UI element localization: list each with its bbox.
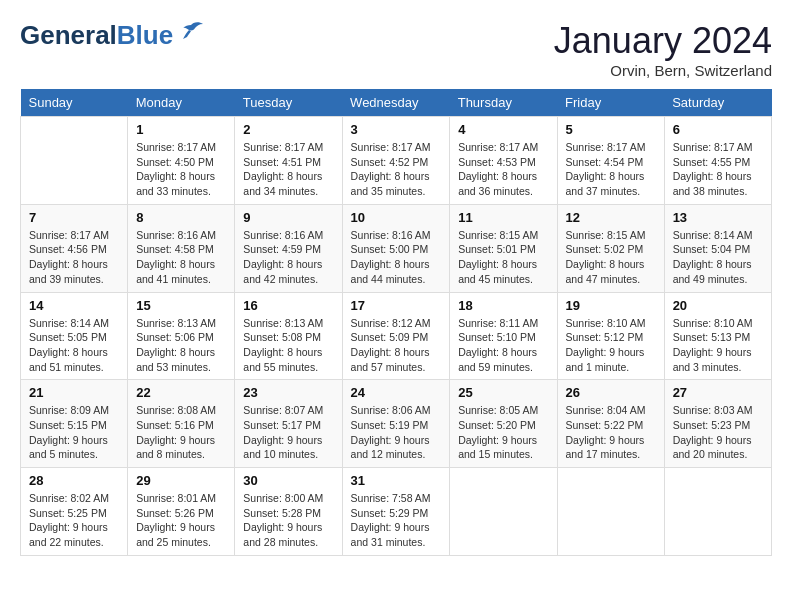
day-info: Sunrise: 8:17 AMSunset: 4:54 PMDaylight:… — [566, 140, 656, 199]
calendar-cell: 18Sunrise: 8:11 AMSunset: 5:10 PMDayligh… — [450, 292, 557, 380]
day-number: 31 — [351, 473, 442, 488]
day-of-week-header: Thursday — [450, 89, 557, 117]
calendar-cell: 14Sunrise: 8:14 AMSunset: 5:05 PMDayligh… — [21, 292, 128, 380]
day-info: Sunrise: 8:09 AMSunset: 5:15 PMDaylight:… — [29, 403, 119, 462]
day-number: 16 — [243, 298, 333, 313]
day-info: Sunrise: 8:10 AMSunset: 5:12 PMDaylight:… — [566, 316, 656, 375]
day-number: 13 — [673, 210, 763, 225]
calendar-week-row: 7Sunrise: 8:17 AMSunset: 4:56 PMDaylight… — [21, 204, 772, 292]
day-number: 6 — [673, 122, 763, 137]
day-number: 29 — [136, 473, 226, 488]
day-info: Sunrise: 8:15 AMSunset: 5:02 PMDaylight:… — [566, 228, 656, 287]
day-number: 9 — [243, 210, 333, 225]
calendar-week-row: 14Sunrise: 8:14 AMSunset: 5:05 PMDayligh… — [21, 292, 772, 380]
day-number: 15 — [136, 298, 226, 313]
day-number: 28 — [29, 473, 119, 488]
calendar-cell: 25Sunrise: 8:05 AMSunset: 5:20 PMDayligh… — [450, 380, 557, 468]
day-info: Sunrise: 8:10 AMSunset: 5:13 PMDaylight:… — [673, 316, 763, 375]
day-number: 21 — [29, 385, 119, 400]
day-number: 12 — [566, 210, 656, 225]
calendar-cell: 4Sunrise: 8:17 AMSunset: 4:53 PMDaylight… — [450, 117, 557, 205]
day-number: 4 — [458, 122, 548, 137]
calendar-cell — [21, 117, 128, 205]
day-of-week-header: Wednesday — [342, 89, 450, 117]
calendar-week-row: 1Sunrise: 8:17 AMSunset: 4:50 PMDaylight… — [21, 117, 772, 205]
calendar-cell: 7Sunrise: 8:17 AMSunset: 4:56 PMDaylight… — [21, 204, 128, 292]
location: Orvin, Bern, Switzerland — [554, 62, 772, 79]
calendar-cell: 12Sunrise: 8:15 AMSunset: 5:02 PMDayligh… — [557, 204, 664, 292]
day-number: 7 — [29, 210, 119, 225]
logo: GeneralBlue — [20, 20, 205, 51]
calendar-cell: 30Sunrise: 8:00 AMSunset: 5:28 PMDayligh… — [235, 468, 342, 556]
calendar-cell — [664, 468, 771, 556]
calendar-week-row: 21Sunrise: 8:09 AMSunset: 5:15 PMDayligh… — [21, 380, 772, 468]
calendar-cell: 23Sunrise: 8:07 AMSunset: 5:17 PMDayligh… — [235, 380, 342, 468]
day-number: 11 — [458, 210, 548, 225]
day-info: Sunrise: 8:14 AMSunset: 5:04 PMDaylight:… — [673, 228, 763, 287]
day-number: 10 — [351, 210, 442, 225]
day-info: Sunrise: 7:58 AMSunset: 5:29 PMDaylight:… — [351, 491, 442, 550]
day-info: Sunrise: 8:13 AMSunset: 5:06 PMDaylight:… — [136, 316, 226, 375]
day-number: 22 — [136, 385, 226, 400]
calendar-cell: 5Sunrise: 8:17 AMSunset: 4:54 PMDaylight… — [557, 117, 664, 205]
day-info: Sunrise: 8:04 AMSunset: 5:22 PMDaylight:… — [566, 403, 656, 462]
day-info: Sunrise: 8:14 AMSunset: 5:05 PMDaylight:… — [29, 316, 119, 375]
calendar-cell: 1Sunrise: 8:17 AMSunset: 4:50 PMDaylight… — [128, 117, 235, 205]
day-of-week-header: Saturday — [664, 89, 771, 117]
day-info: Sunrise: 8:03 AMSunset: 5:23 PMDaylight:… — [673, 403, 763, 462]
day-info: Sunrise: 8:16 AMSunset: 5:00 PMDaylight:… — [351, 228, 442, 287]
calendar-cell: 8Sunrise: 8:16 AMSunset: 4:58 PMDaylight… — [128, 204, 235, 292]
day-info: Sunrise: 8:06 AMSunset: 5:19 PMDaylight:… — [351, 403, 442, 462]
day-info: Sunrise: 8:05 AMSunset: 5:20 PMDaylight:… — [458, 403, 548, 462]
calendar-body: 1Sunrise: 8:17 AMSunset: 4:50 PMDaylight… — [21, 117, 772, 556]
day-number: 8 — [136, 210, 226, 225]
day-info: Sunrise: 8:13 AMSunset: 5:08 PMDaylight:… — [243, 316, 333, 375]
day-number: 23 — [243, 385, 333, 400]
day-number: 19 — [566, 298, 656, 313]
calendar-cell: 16Sunrise: 8:13 AMSunset: 5:08 PMDayligh… — [235, 292, 342, 380]
day-info: Sunrise: 8:17 AMSunset: 4:51 PMDaylight:… — [243, 140, 333, 199]
calendar-header-row: SundayMondayTuesdayWednesdayThursdayFrid… — [21, 89, 772, 117]
day-info: Sunrise: 8:00 AMSunset: 5:28 PMDaylight:… — [243, 491, 333, 550]
day-of-week-header: Tuesday — [235, 89, 342, 117]
calendar-cell: 24Sunrise: 8:06 AMSunset: 5:19 PMDayligh… — [342, 380, 450, 468]
day-of-week-header: Sunday — [21, 89, 128, 117]
calendar-cell: 10Sunrise: 8:16 AMSunset: 5:00 PMDayligh… — [342, 204, 450, 292]
day-info: Sunrise: 8:17 AMSunset: 4:53 PMDaylight:… — [458, 140, 548, 199]
day-number: 14 — [29, 298, 119, 313]
calendar-cell: 15Sunrise: 8:13 AMSunset: 5:06 PMDayligh… — [128, 292, 235, 380]
calendar-table: SundayMondayTuesdayWednesdayThursdayFrid… — [20, 89, 772, 556]
calendar-cell: 31Sunrise: 7:58 AMSunset: 5:29 PMDayligh… — [342, 468, 450, 556]
day-info: Sunrise: 8:02 AMSunset: 5:25 PMDaylight:… — [29, 491, 119, 550]
calendar-cell: 11Sunrise: 8:15 AMSunset: 5:01 PMDayligh… — [450, 204, 557, 292]
calendar-cell: 29Sunrise: 8:01 AMSunset: 5:26 PMDayligh… — [128, 468, 235, 556]
logo-bird-icon — [177, 21, 205, 43]
calendar-week-row: 28Sunrise: 8:02 AMSunset: 5:25 PMDayligh… — [21, 468, 772, 556]
calendar-cell — [450, 468, 557, 556]
day-number: 24 — [351, 385, 442, 400]
calendar-cell: 9Sunrise: 8:16 AMSunset: 4:59 PMDaylight… — [235, 204, 342, 292]
day-number: 20 — [673, 298, 763, 313]
calendar-cell: 26Sunrise: 8:04 AMSunset: 5:22 PMDayligh… — [557, 380, 664, 468]
day-number: 2 — [243, 122, 333, 137]
calendar-cell: 19Sunrise: 8:10 AMSunset: 5:12 PMDayligh… — [557, 292, 664, 380]
page-header: GeneralBlue January 2024 Orvin, Bern, Sw… — [20, 20, 772, 79]
day-of-week-header: Monday — [128, 89, 235, 117]
calendar-cell: 3Sunrise: 8:17 AMSunset: 4:52 PMDaylight… — [342, 117, 450, 205]
calendar-cell: 22Sunrise: 8:08 AMSunset: 5:16 PMDayligh… — [128, 380, 235, 468]
day-info: Sunrise: 8:17 AMSunset: 4:52 PMDaylight:… — [351, 140, 442, 199]
calendar-cell: 2Sunrise: 8:17 AMSunset: 4:51 PMDaylight… — [235, 117, 342, 205]
day-info: Sunrise: 8:08 AMSunset: 5:16 PMDaylight:… — [136, 403, 226, 462]
calendar-cell: 17Sunrise: 8:12 AMSunset: 5:09 PMDayligh… — [342, 292, 450, 380]
day-number: 25 — [458, 385, 548, 400]
day-number: 27 — [673, 385, 763, 400]
calendar-cell: 28Sunrise: 8:02 AMSunset: 5:25 PMDayligh… — [21, 468, 128, 556]
day-info: Sunrise: 8:16 AMSunset: 4:58 PMDaylight:… — [136, 228, 226, 287]
logo-general: General — [20, 20, 117, 50]
day-number: 26 — [566, 385, 656, 400]
day-info: Sunrise: 8:16 AMSunset: 4:59 PMDaylight:… — [243, 228, 333, 287]
day-info: Sunrise: 8:12 AMSunset: 5:09 PMDaylight:… — [351, 316, 442, 375]
day-number: 30 — [243, 473, 333, 488]
day-info: Sunrise: 8:07 AMSunset: 5:17 PMDaylight:… — [243, 403, 333, 462]
calendar-cell: 13Sunrise: 8:14 AMSunset: 5:04 PMDayligh… — [664, 204, 771, 292]
